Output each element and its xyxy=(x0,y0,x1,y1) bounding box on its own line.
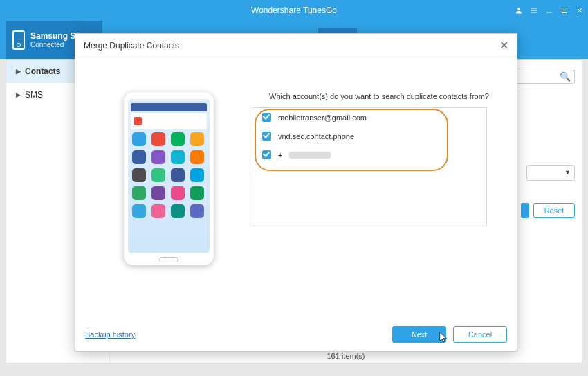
app-icon xyxy=(151,204,165,218)
app-icon xyxy=(151,150,165,164)
account-label: mobiletranser@gmail.com xyxy=(278,114,367,122)
backup-history-label: Backup history xyxy=(85,330,135,339)
chevron-right-icon: ▶ xyxy=(16,91,21,98)
device-name: Samsung S6 xyxy=(30,31,80,41)
app-icon xyxy=(171,132,185,146)
modal-question: Which account(s) do you want to search d… xyxy=(255,92,503,100)
checkbox-checked-icon[interactable] xyxy=(262,150,271,159)
app-icon xyxy=(171,168,185,182)
app-icon xyxy=(171,204,185,218)
window-controls xyxy=(515,0,584,21)
titlebar: Wondershare TunesGo xyxy=(0,0,588,21)
status-bar: 161 item(s) xyxy=(117,352,575,360)
app-title: Wondershare TunesGo xyxy=(251,6,337,15)
reset-button-label: Reset xyxy=(544,206,564,215)
close-icon[interactable] xyxy=(576,6,584,15)
account-label: vnd.sec.contact.phone xyxy=(278,132,354,141)
chevron-down-icon: ▼ xyxy=(564,169,571,176)
checkbox-checked-icon[interactable] xyxy=(262,132,271,141)
app-icon xyxy=(190,204,204,218)
checkbox-checked-icon[interactable] xyxy=(262,113,271,122)
svg-rect-5 xyxy=(562,8,567,13)
modal-title: Merge Duplicate Contacts xyxy=(84,41,179,51)
maximize-icon[interactable] xyxy=(560,6,569,15)
device-status: Connected xyxy=(30,41,80,48)
item-count: 161 item(s) xyxy=(327,352,365,360)
app-icon xyxy=(190,168,204,182)
user-icon[interactable] xyxy=(515,6,523,15)
next-button-label: Next xyxy=(412,330,428,339)
phone-mockup xyxy=(124,92,214,265)
app-icon xyxy=(132,132,146,146)
account-row[interactable]: + xyxy=(252,145,486,164)
modal-header: Merge Duplicate Contacts ✕ xyxy=(75,34,517,57)
cancel-button[interactable]: Cancel xyxy=(453,326,507,343)
modal-close-button[interactable]: ✕ xyxy=(499,39,508,52)
phone-home-button xyxy=(159,257,178,262)
chevron-right-icon: ▶ xyxy=(16,68,21,75)
account-row[interactable]: vnd.sec.contact.phone xyxy=(252,127,486,145)
phone-screen xyxy=(128,99,210,253)
app-icon xyxy=(190,150,204,164)
sidebar-item-label: SMS xyxy=(25,90,43,100)
account-label: + xyxy=(278,151,282,159)
app-icon xyxy=(132,150,146,164)
search-icon: 🔍 xyxy=(560,71,571,82)
modal-body: Which account(s) do you want to search d… xyxy=(75,57,517,318)
svg-point-0 xyxy=(517,8,520,10)
merge-contacts-modal: Merge Duplicate Contacts ✕ Which account… xyxy=(75,33,517,352)
minimize-icon[interactable] xyxy=(545,6,553,15)
app-icon xyxy=(190,132,204,146)
app-icon xyxy=(151,186,165,200)
mouse-cursor-icon xyxy=(438,330,449,347)
app-icon xyxy=(171,186,185,200)
modal-footer: Backup history Next Cancel xyxy=(75,318,517,351)
app-icon xyxy=(171,150,185,164)
menu-icon[interactable] xyxy=(530,6,538,15)
obscured-text xyxy=(289,152,331,159)
app-icon xyxy=(132,186,146,200)
accounts-list: mobiletranser@gmail.com vnd.sec.contact.… xyxy=(252,107,487,226)
phone-icon xyxy=(12,30,25,50)
app-icon xyxy=(151,168,165,182)
footer-buttons: Next Cancel xyxy=(392,326,507,343)
app-icon xyxy=(132,168,146,182)
reset-button[interactable]: Reset xyxy=(533,203,575,218)
phone-widget xyxy=(131,113,207,129)
account-row[interactable]: mobiletranser@gmail.com xyxy=(252,108,486,127)
filter-chip[interactable] xyxy=(521,203,529,218)
filter-dropdown[interactable]: ▼ xyxy=(526,165,575,181)
app-icon xyxy=(190,186,204,200)
app-icon xyxy=(151,132,165,146)
backup-history-link[interactable]: Backup history xyxy=(85,330,135,339)
app-icon xyxy=(132,204,146,218)
phone-status-bar xyxy=(131,103,207,111)
cancel-button-label: Cancel xyxy=(468,330,492,339)
app-grid xyxy=(132,132,205,218)
sidebar-item-label: Contacts xyxy=(25,66,60,76)
